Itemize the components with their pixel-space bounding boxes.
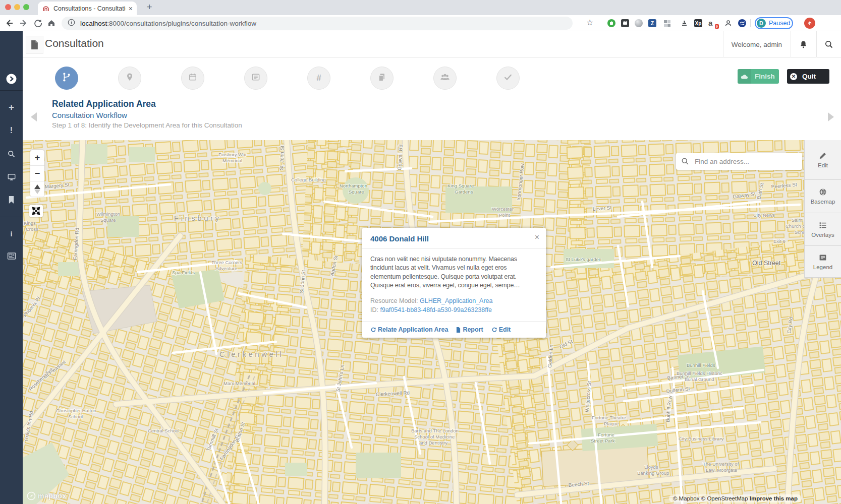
compass-control[interactable] (30, 181, 44, 197)
page-title: Consultation (45, 37, 104, 49)
reload-button[interactable] (32, 18, 43, 29)
close-circle-icon: ✕ (787, 69, 800, 84)
expand-arrows-icon (32, 207, 40, 215)
mapbox-logo[interactable]: mapbox (27, 491, 67, 500)
map-label: The University of (703, 461, 739, 467)
forward-button[interactable] (18, 18, 29, 29)
report-link[interactable]: Report (456, 326, 483, 333)
url-host: localhost (80, 20, 107, 27)
sidebar-media-icon[interactable] (0, 248, 23, 264)
map-label: Exit 8 (773, 238, 786, 244)
tab-bar: Consultations - Consultation × + (0, 0, 841, 15)
previous-step-arrow[interactable] (31, 112, 37, 121)
annotator-extension-icon[interactable]: a 9 (708, 18, 718, 28)
profile-paused-badge[interactable]: D Paused (755, 17, 793, 29)
evernote-extension-icon[interactable] (606, 18, 616, 28)
map-basemap-button[interactable]: Basemap (805, 180, 841, 213)
map-canvas[interactable]: Margery StFarringdon RdFarringdon RdRose… (23, 140, 841, 504)
map-label: Old Street (752, 260, 781, 267)
workflow-name: Consultation Workflow (52, 111, 127, 119)
step-related-application-area[interactable] (55, 67, 78, 90)
popup-close-icon[interactable]: × (535, 233, 539, 242)
fullscreen-button[interactable] (29, 205, 43, 217)
map-edit-button[interactable]: Edit (805, 140, 841, 180)
map-label: Worcester (492, 206, 514, 212)
window-minimize-button[interactable] (14, 4, 20, 10)
welcome-user[interactable]: Welcome, admin (725, 31, 789, 57)
xp-extension-icon[interactable]: Xp (693, 18, 703, 28)
url-toolbar: localhost:8000/consultations/plugins/con… (0, 15, 841, 31)
extension-icon-grid[interactable] (662, 18, 672, 28)
extension-icon-sphere[interactable] (634, 18, 644, 28)
sidebar-notifs-icon[interactable]: ! (0, 123, 23, 138)
address-search-input[interactable] (694, 157, 792, 166)
edit-link[interactable]: Edit (491, 326, 511, 333)
step-numbers[interactable]: # (307, 67, 330, 90)
step-contacts[interactable] (433, 67, 457, 90)
step-caption: Step 1 of 8: Identify the Development Ar… (52, 121, 242, 129)
sidebar-add-icon[interactable]: + (0, 100, 23, 115)
next-step-arrow[interactable] (828, 112, 834, 121)
step-documents[interactable] (370, 67, 394, 90)
back-button[interactable] (4, 18, 15, 29)
sidebar-search-icon[interactable] (0, 146, 23, 161)
browser-update-icon[interactable] (804, 18, 815, 29)
hashtag-icon: # (316, 73, 321, 83)
map-label: School (68, 414, 83, 419)
map-attribution: © Mapbox © OpenStreetMap Improve this ma… (669, 494, 802, 502)
map-label: Banking Group (637, 470, 669, 476)
extension-icon-stamp[interactable] (679, 18, 689, 28)
map-label: School of Medicine (414, 434, 455, 439)
map-legend-button[interactable]: Legend (805, 246, 841, 278)
zotero-extension-icon[interactable]: Z (647, 18, 657, 28)
step-dates[interactable] (181, 67, 204, 90)
browser-window: Consultations - Consultation × + localho… (0, 0, 841, 504)
step-map[interactable] (118, 67, 141, 90)
resource-model-link[interactable]: GLHER_Application_Area (420, 297, 493, 304)
map-label: Central School (148, 428, 179, 433)
address-search-box (676, 153, 802, 170)
zoom-in-button[interactable]: + (30, 150, 44, 165)
extension-icon-dark[interactable] (620, 18, 630, 28)
legend-icon (819, 254, 827, 262)
globe-extension-icon[interactable] (737, 18, 747, 28)
bookmark-star-icon[interactable]: ☆ (586, 18, 593, 27)
mapbox-attribution-link[interactable]: © Mapbox (673, 495, 700, 501)
quit-button[interactable]: ✕ Quit (787, 69, 829, 84)
zoom-out-button[interactable]: − (30, 166, 44, 181)
osm-attribution-link[interactable]: © OpenStreetMap (701, 495, 748, 501)
window-zoom-button[interactable] (23, 4, 29, 10)
edit-icon (491, 327, 497, 333)
map-label: Lloyds (644, 464, 658, 470)
step-complete[interactable] (496, 67, 520, 90)
home-button[interactable] (46, 18, 57, 29)
tab-close-icon[interactable]: × (129, 5, 133, 13)
browser-tab[interactable]: Consultations - Consultation × (38, 2, 137, 15)
relate-application-area-link[interactable]: Relate Application Area (370, 326, 448, 333)
improve-map-link[interactable]: Improve this map (750, 495, 798, 501)
app-header: Consultation Welcome, admin (23, 31, 841, 57)
sidebar-screen-icon[interactable] (0, 169, 23, 184)
page-info-icon[interactable] (68, 19, 75, 28)
sidebar-expand-button[interactable] (0, 71, 23, 86)
map-label: Bunhill Fields (687, 362, 715, 368)
map-marker-icon (125, 72, 135, 84)
check-icon (503, 72, 513, 84)
finish-button[interactable]: Finish (738, 69, 779, 84)
report-file-icon (456, 327, 461, 333)
map-overlays-button[interactable]: Overlays (805, 213, 841, 246)
persona-extension-icon[interactable] (723, 18, 733, 28)
map-label: Plaque (604, 421, 619, 426)
map-label: Street Park (591, 438, 615, 444)
notifications-bell-icon[interactable] (791, 31, 815, 57)
step-details[interactable] (244, 67, 267, 90)
app-search-icon[interactable] (817, 31, 841, 57)
resource-id-link[interactable]: f9af0541-bb83-48fd-a530-99a263238ffe (380, 306, 492, 313)
tab-title: Consultations - Consultation (53, 5, 126, 12)
address-bar[interactable]: localhost:8000/consultations/plugins/con… (62, 17, 573, 30)
sidebar-info-icon[interactable]: i (0, 226, 23, 241)
sidebar-bookmark-icon[interactable] (0, 192, 23, 207)
pencil-icon (819, 152, 827, 160)
new-tab-button[interactable]: + (143, 1, 155, 13)
window-close-button[interactable] (5, 4, 11, 10)
